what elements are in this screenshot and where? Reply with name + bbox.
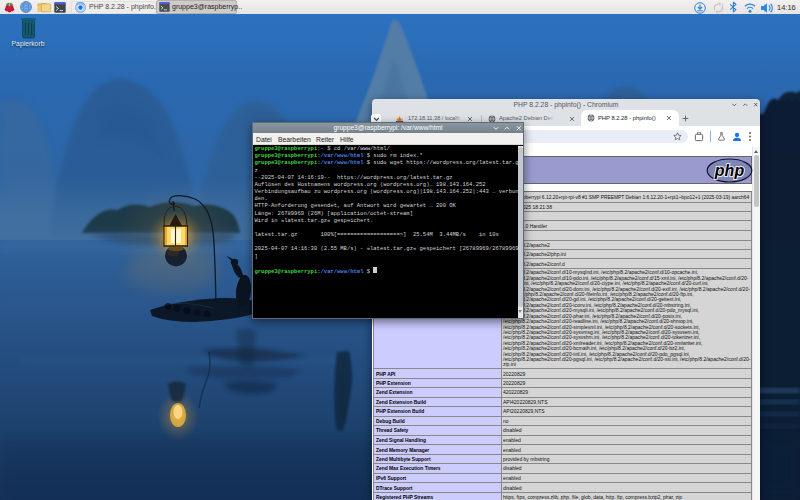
svg-text:php: php (714, 162, 745, 179)
